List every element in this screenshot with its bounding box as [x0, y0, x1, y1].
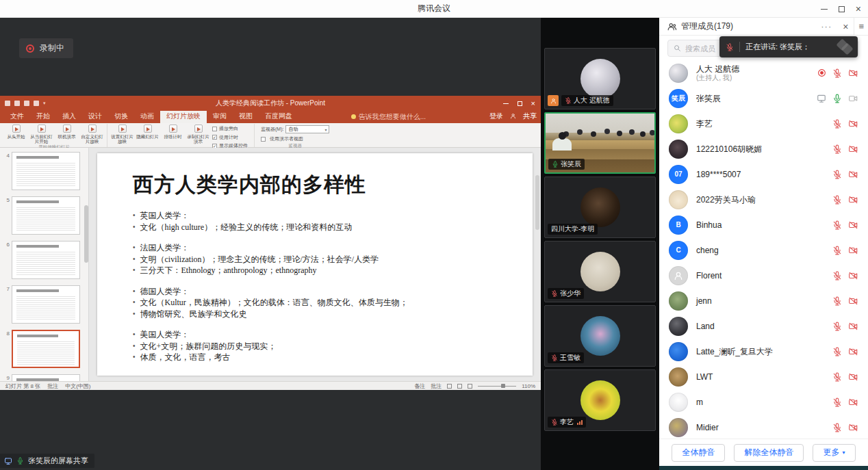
mic-toggle-icon[interactable] — [832, 271, 842, 280]
member-row[interactable]: 笑辰 张笑辰 — [659, 86, 868, 111]
mic-toggle-icon[interactable] — [832, 195, 842, 205]
ribbon-button[interactable]: 设置幻灯片放映 — [111, 124, 133, 144]
close-icon[interactable]: × — [856, 4, 861, 14]
video-tile[interactable]: 李艺 — [544, 369, 656, 431]
ribbon-button[interactable]: 排练计时 — [162, 124, 184, 139]
slide-thumbnail[interactable]: 9 — [3, 374, 80, 381]
video-tile[interactable]: 四川大学-李明 — [544, 177, 656, 238]
thumbnail-scrollbar[interactable] — [84, 205, 88, 263]
member-row[interactable]: Midier — [659, 415, 868, 439]
slide-scrollbar[interactable] — [535, 175, 539, 230]
checkbox-icon[interactable] — [212, 127, 217, 131]
ribbon-tab[interactable]: 百度网盘 — [259, 110, 298, 123]
checkbox-icon[interactable] — [212, 135, 217, 140]
mic-toggle-icon[interactable] — [832, 296, 842, 306]
member-row[interactable]: 07 189****5007 — [659, 161, 868, 187]
more-button[interactable]: 更多 ▾ — [813, 444, 855, 462]
ppt-close-icon[interactable]: × — [531, 100, 535, 107]
slide-thumbnail-preview[interactable] — [12, 152, 80, 190]
camera-toggle-icon[interactable] — [848, 397, 858, 407]
member-row[interactable]: Latte_澜昕_复旦大学 — [659, 339, 868, 364]
ribbon-button[interactable]: 录制幻灯片演示 — [187, 124, 209, 144]
video-tile[interactable]: 人大 迟航德 — [544, 48, 656, 109]
ribbon-tab[interactable]: 切换 — [108, 110, 134, 123]
status-item[interactable]: 备注 — [414, 382, 425, 390]
qat-caret-icon[interactable]: ▾ — [43, 101, 46, 106]
mic-toggle-icon[interactable] — [832, 144, 842, 154]
camera-toggle-icon[interactable] — [848, 322, 858, 331]
presenter-view-checkbox[interactable]: 使用演示者视图 — [261, 135, 329, 142]
redo-icon[interactable] — [24, 101, 29, 106]
mic-toggle-icon[interactable] — [832, 119, 842, 129]
panel-menu-icon[interactable]: ≡ — [854, 18, 868, 36]
camera-toggle-icon[interactable] — [848, 296, 858, 306]
ppt-share-button[interactable]: 共享 — [523, 112, 537, 121]
quick-access-toolbar[interactable]: ▾ — [5, 101, 46, 106]
ribbon-checkbox[interactable]: 播放旁白 — [212, 125, 248, 132]
normal-view-icon[interactable] — [447, 384, 452, 389]
camera-toggle-icon[interactable] — [848, 220, 858, 230]
ppt-minimize-icon[interactable] — [503, 103, 509, 104]
video-tile[interactable]: 张笑辰 — [544, 112, 656, 174]
mic-toggle-icon[interactable] — [832, 397, 842, 407]
slide-thumbnail[interactable]: 4 — [3, 152, 80, 190]
video-tile[interactable]: 王雪敏 — [544, 305, 656, 367]
ribbon-tab[interactable]: 文件 — [4, 110, 30, 123]
mic-toggle-icon[interactable] — [832, 423, 842, 432]
member-row[interactable]: m — [659, 389, 868, 415]
camera-toggle-icon[interactable] — [848, 246, 858, 255]
monitor-select[interactable]: 自动 ▾ — [285, 125, 329, 133]
slide-thumbnail-preview[interactable] — [12, 374, 80, 381]
slide-thumbnail[interactable]: 7 — [3, 285, 80, 324]
zoom-slider[interactable] — [478, 386, 516, 387]
member-row[interactable]: 122210106胡晓媚 — [659, 136, 868, 161]
ribbon-button[interactable]: 隐藏幻灯片 — [136, 124, 159, 139]
mic-toggle-icon[interactable] — [832, 372, 842, 382]
slideshow-icon[interactable] — [34, 101, 39, 106]
ribbon-tab[interactable]: 开始 — [30, 110, 56, 123]
mic-toggle-icon[interactable] — [832, 220, 842, 230]
camera-toggle-icon[interactable] — [848, 119, 858, 129]
slide-thumbnail-preview[interactable] — [12, 241, 80, 279]
member-row[interactable]: 2022劳关马小瑜 — [659, 187, 868, 212]
camera-toggle-icon[interactable] — [848, 68, 858, 78]
slide-thumbnail-preview[interactable] — [12, 330, 80, 368]
slide-thumbnail[interactable]: 6 — [3, 241, 80, 279]
ribbon-button[interactable]: 从头开始 — [5, 124, 27, 139]
camera-toggle-icon[interactable] — [848, 144, 858, 154]
ribbon-tab[interactable]: 审阅 — [207, 110, 233, 123]
ribbon-tab[interactable]: 动画 — [134, 110, 160, 123]
mic-toggle-icon[interactable] — [832, 94, 842, 103]
ribbon-tab[interactable]: 插入 — [56, 110, 82, 123]
video-tile[interactable]: 张少华 — [544, 241, 656, 302]
mic-toggle-icon[interactable] — [832, 347, 842, 356]
maximize-icon[interactable] — [839, 6, 845, 12]
camera-toggle-icon[interactable] — [848, 372, 858, 382]
more-options-icon[interactable]: ··· — [815, 21, 837, 31]
ribbon-tab[interactable]: 幻灯片放映 — [160, 110, 207, 123]
unmute-all-button[interactable]: 解除全体静音 — [734, 444, 804, 462]
camera-toggle-icon[interactable] — [848, 271, 858, 280]
slide-thumbnail[interactable]: 8 — [3, 330, 80, 368]
signin-button[interactable]: 登录 — [489, 112, 503, 121]
tell-me-box[interactable]: 告诉我您想要做什么... — [346, 111, 431, 124]
camera-toggle-icon[interactable] — [848, 94, 858, 103]
checkbox-icon[interactable] — [261, 137, 266, 142]
ribbon-button[interactable]: 联机演示 — [55, 124, 78, 139]
slide-thumbnail[interactable]: 5 — [3, 196, 80, 235]
camera-toggle-icon[interactable] — [848, 195, 858, 205]
camera-toggle-icon[interactable] — [848, 170, 858, 179]
close-panel-icon[interactable]: × — [837, 21, 854, 32]
mic-toggle-icon[interactable] — [832, 246, 842, 255]
mic-toggle-icon[interactable] — [832, 68, 842, 78]
ribbon-tab[interactable]: 视图 — [233, 110, 259, 123]
slideshow-view-icon[interactable] — [468, 384, 472, 389]
slide-sorter-icon[interactable] — [457, 384, 462, 389]
undo-icon[interactable] — [14, 101, 20, 106]
ribbon-tab[interactable]: 设计 — [82, 110, 108, 123]
ribbon-button[interactable]: 自定义幻灯片放映 — [81, 124, 103, 144]
member-row[interactable]: Florent — [659, 263, 868, 288]
save-icon[interactable] — [5, 101, 10, 106]
camera-toggle-icon[interactable] — [848, 347, 858, 356]
member-row[interactable]: 李艺 — [659, 111, 868, 136]
